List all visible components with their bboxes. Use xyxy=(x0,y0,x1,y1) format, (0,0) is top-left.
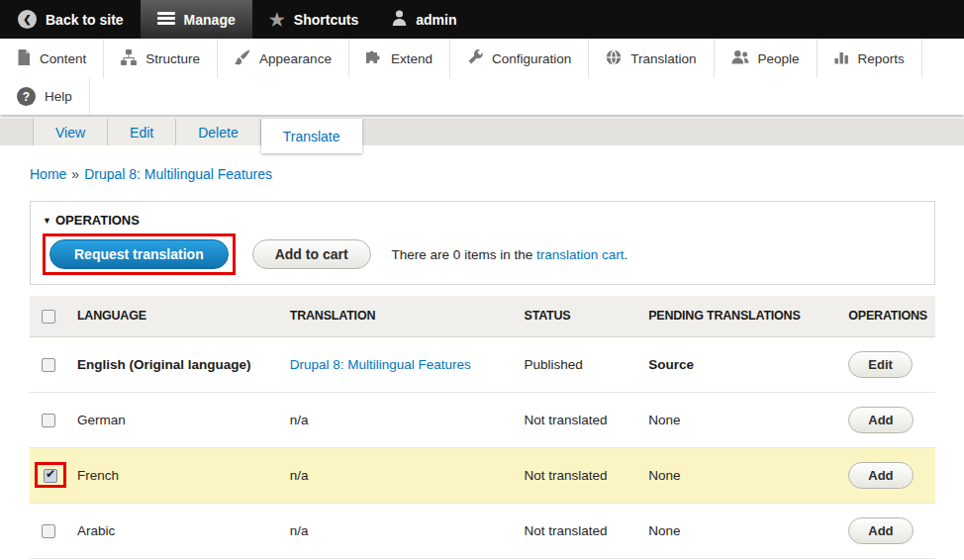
request-translation-button[interactable]: Request translation xyxy=(49,239,229,269)
help-icon: ? xyxy=(17,87,36,106)
menu-item-extend[interactable]: Extend xyxy=(349,39,450,78)
pending-cell: Source xyxy=(648,336,848,392)
menu-item-people[interactable]: People xyxy=(715,39,818,78)
star-icon: ★ xyxy=(269,11,285,29)
structure-icon xyxy=(121,49,137,68)
menu-label: Extend xyxy=(391,51,433,66)
reports-icon xyxy=(834,49,849,67)
translation-cart-link[interactable]: translation cart xyxy=(536,247,625,262)
local-tasks-bar: View Edit Delete Translate xyxy=(0,119,964,145)
admin-toolbar: ❮ Back to site Manage ★ Shortcuts admin xyxy=(0,0,964,39)
menu-label: People xyxy=(758,51,800,66)
table-row-german: German n/a Not translated None Add xyxy=(30,392,935,447)
pending-cell: None xyxy=(648,447,848,503)
row-checkbox-french[interactable] xyxy=(44,469,57,483)
col-pending-translations: PENDING TRANSLATIONS xyxy=(648,296,848,336)
breadcrumb: Home»Drupal 8: Multilingual Features xyxy=(30,166,935,182)
row-checkbox-german[interactable] xyxy=(42,414,55,427)
menu-label: Reports xyxy=(858,51,905,66)
appearance-icon xyxy=(235,49,250,68)
language-cell: French xyxy=(77,447,290,503)
tab-edit[interactable]: Edit xyxy=(108,119,176,145)
breadcrumb-current-link[interactable]: Drupal 8: Multilingual Features xyxy=(84,166,272,182)
tab-translate[interactable]: Translate xyxy=(261,119,362,153)
configuration-icon xyxy=(467,49,483,68)
shortcuts-label: Shortcuts xyxy=(294,12,358,28)
menu-label: Content xyxy=(40,51,86,66)
col-language: LANGUAGE xyxy=(77,296,290,336)
menu-item-appearance[interactable]: Appearance xyxy=(218,39,349,78)
status-cell: Not translated xyxy=(525,503,649,558)
menu-hamburger-icon xyxy=(157,12,175,28)
language-cell: English (Original language) xyxy=(77,336,290,392)
translation-link[interactable]: Drupal 8: Multilingual Features xyxy=(290,357,471,372)
translation-cell: n/a xyxy=(290,392,525,447)
operations-legend[interactable]: ▼OPERATIONS xyxy=(43,213,140,228)
back-icon: ❮ xyxy=(18,10,37,29)
menu-item-reports[interactable]: Reports xyxy=(818,39,922,78)
status-cell: Not translated xyxy=(525,392,649,447)
user-icon xyxy=(392,10,407,29)
table-row-english: English (Original language) Drupal 8: Mu… xyxy=(30,336,935,392)
language-cell: German xyxy=(77,392,290,447)
cart-status-text: There are 0 items in the translation car… xyxy=(392,247,628,262)
pending-cell: None xyxy=(648,392,848,447)
status-cell: Not translated xyxy=(525,447,649,503)
back-to-site-button[interactable]: ❮ Back to site xyxy=(1,0,141,39)
admin-username-label: admin xyxy=(416,12,456,28)
menu-label: Configuration xyxy=(492,51,571,66)
pending-cell: None xyxy=(648,503,848,558)
tab-view[interactable]: View xyxy=(33,119,108,145)
row-checkbox-english[interactable] xyxy=(42,358,55,372)
people-icon xyxy=(731,49,749,68)
menu-label: Translation xyxy=(630,51,696,66)
admin-menu-tray: Content Structure Appearance Extend Conf… xyxy=(0,39,964,115)
cart-status-prefix: There are 0 items in the xyxy=(392,247,533,262)
menu-item-translation[interactable]: Translation xyxy=(589,39,714,78)
table-row-arabic: Arabic n/a Not translated None Add xyxy=(30,503,935,558)
red-highlight-box-request-translation: Request translation xyxy=(43,233,236,275)
add-to-cart-button[interactable]: Add to cart xyxy=(252,239,371,269)
menu-item-help[interactable]: ? Help xyxy=(0,78,90,115)
tab-delete[interactable]: Delete xyxy=(176,119,260,145)
manage-menu-button[interactable]: Manage xyxy=(141,0,252,39)
table-row-french: French n/a Not translated None Add xyxy=(30,447,935,503)
menu-label: Appearance xyxy=(259,51,332,66)
translation-icon xyxy=(606,49,622,68)
select-all-checkbox[interactable] xyxy=(42,310,55,324)
extend-icon xyxy=(366,49,382,68)
table-header-row: LANGUAGE TRANSLATION STATUS PENDING TRAN… xyxy=(30,296,935,336)
add-button[interactable]: Add xyxy=(848,462,913,489)
add-button[interactable]: Add xyxy=(848,407,913,433)
red-highlight-box-french-checkbox xyxy=(35,462,66,488)
content-icon xyxy=(17,49,31,68)
menu-label: Help xyxy=(45,89,72,104)
row-checkbox-arabic[interactable] xyxy=(42,524,55,538)
shortcuts-button[interactable]: ★ Shortcuts xyxy=(252,0,375,39)
admin-user-button[interactable]: admin xyxy=(375,0,473,39)
manage-label: Manage xyxy=(184,12,236,28)
menu-item-structure[interactable]: Structure xyxy=(104,39,218,78)
status-cell: Published xyxy=(525,336,649,392)
operations-legend-label: OPERATIONS xyxy=(55,213,140,228)
add-button[interactable]: Add xyxy=(848,517,913,544)
cart-status-suffix: . xyxy=(624,247,627,262)
translations-table: LANGUAGE TRANSLATION STATUS PENDING TRAN… xyxy=(30,296,935,559)
breadcrumb-separator: » xyxy=(71,166,79,182)
col-status: STATUS xyxy=(525,296,649,336)
operations-fieldset: ▼OPERATIONS Request translation Add to c… xyxy=(30,201,935,285)
collapse-arrow-icon: ▼ xyxy=(43,216,51,226)
breadcrumb-home-link[interactable]: Home xyxy=(30,166,66,182)
col-translation: TRANSLATION xyxy=(290,296,525,336)
menu-item-content[interactable]: Content xyxy=(0,39,104,78)
translation-cell: n/a xyxy=(290,503,525,558)
edit-button[interactable]: Edit xyxy=(848,351,913,378)
col-operations: OPERATIONS xyxy=(848,296,935,336)
menu-item-configuration[interactable]: Configuration xyxy=(450,39,589,78)
language-cell: Arabic xyxy=(77,503,290,558)
menu-label: Structure xyxy=(145,51,200,66)
translation-cell: n/a xyxy=(290,447,525,503)
back-to-site-label: Back to site xyxy=(46,12,124,28)
